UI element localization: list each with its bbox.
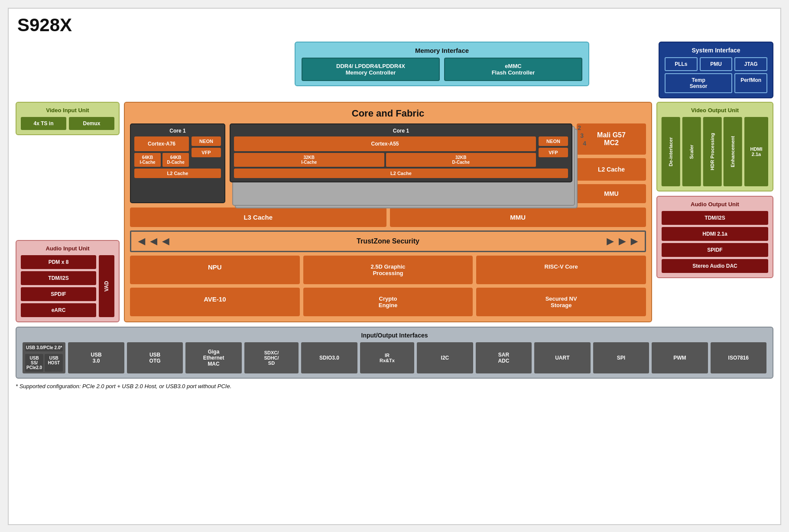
mali-col: Mali G57 MC2 L2 Cache MMU [577,123,646,203]
video-input-inner: 4x TS in Demux [21,117,114,130]
memory-interface-title: Memory Interface [302,47,582,54]
memory-interface-inner: DDR4/ LPDDR4/LPDDR4X Memory Controller e… [302,58,582,81]
usb30-block: USB 3.0 [68,342,124,373]
graphic-block: 2.5D Graphic Processing [303,256,473,284]
core1-a55-left: Cortex-A55 32KB I-Cache 32KB D-Cache [234,136,536,167]
left-column: Video Input Unit 4x TS in Demux Audio In… [16,102,120,322]
core-fabric-box: Core and Fabric Core 1 Cortex-A76 64KB I… [124,102,652,322]
usb-otg-block: USB OTG [127,342,183,373]
core-num-4: 4 [583,140,586,147]
a55-icache: 32KB I-Cache [234,153,384,167]
a76-l2: L2 Cache [134,169,221,178]
de-interlacer-block: De-interlacer [662,117,680,186]
core-num-3: 3 [580,132,584,139]
middle-row: Video Input Unit 4x TS in Demux Audio In… [16,102,773,322]
audio-input-box: Audio Input Unit PDM x 8 TDM/I2S SPDIF e… [16,240,120,322]
video-input-title: Video Input Unit [21,107,114,114]
mali-l2-cache: L2 Cache [577,158,646,181]
core1-a55-label: Core 1 [234,128,568,134]
core1-a55-right: NEON VFP [539,136,568,167]
l3-mmu-row: L3 Cache MMU [130,208,646,227]
l3-block: L3 Cache [130,208,386,227]
sdxc-block: SDXC/ SDHC/ SD [244,342,299,373]
a76-dcache: 64KB D-Cache [162,153,189,167]
hdmi-block: HDMI 2.1a [744,117,768,186]
right-column: Video Output Unit De-interlacer Scaler H… [656,102,773,322]
audio-input-inner: PDM x 8 TDM/I2S SPDIF eARC VAD [21,255,114,317]
pmu-block: PMU [700,57,733,71]
jtag-block: JTAG [734,57,767,71]
ddr-block: DDR4/ LPDDR4/LPDDR4X Memory Controller [302,58,440,81]
spdif-block: SPDIF [21,287,96,301]
usb-ss-block: USB SS/ PCIe2.0 [25,354,43,372]
core1-a55-box: Core 1 Cortex-A55 32KB I-Cache 32KB D-Ca… [230,123,572,182]
giga-block: Giga Ethernet MAC [185,342,241,373]
bottom-blocks-row: NPU 2.5D Graphic Processing RISC-V Core [130,256,646,284]
sar-adc-block: SAR ADC [476,342,532,373]
vad-block: VAD [99,255,114,317]
mali-mmu: MMU [577,184,646,203]
demux-block: Demux [69,117,114,130]
scaler-block: Scaler [682,117,701,186]
secured-block: Secured NV Storage [476,288,646,316]
a76-vfp: VFP [192,148,221,157]
video-output-inner: De-interlacer Scaler HDR Processing Enha… [662,117,768,186]
trustzone-arrow-left: ◄◄◄ [136,234,172,248]
footnote: * Supported configuration: PCIe 2.0 port… [16,383,773,389]
video-output-title: Video Output Unit [662,107,768,114]
usb-host-block: USB HOST [45,354,63,372]
mali-block: Mali G57 MC2 [577,123,646,155]
memory-interface-box: Memory Interface DDR4/ LPDDR4/LPDDR4X Me… [295,42,589,86]
core1-a76-inner-top: Cortex-A76 64KB I-Cache 64KB D-Cache NEO… [134,136,221,167]
ao-stereo-block: Stereo Audio DAC [662,259,768,273]
uart-block: UART [534,342,590,373]
crypto-block: Crypto Engine [303,288,473,316]
iso7816-block: ISO7816 [711,342,766,373]
trustzone-arrow-right: ►►► [604,234,640,248]
emmc-block: eMMC Flash Controller [444,58,582,81]
a55-neon: NEON [539,136,568,146]
usb-pcie-top: USB 3.0/PCIe 2.0* [25,344,63,351]
audio-blocks-col: PDM x 8 TDM/I2S SPDIF eARC [21,255,96,317]
io-inner: USB 3.0/PCIe 2.0* USB SS/ PCIe2.0 USB HO… [23,342,766,373]
core1-a76-label: Core 1 [134,128,221,134]
audio-input-title: Audio Input Unit [21,245,114,252]
core1-a76-box: Core 1 Cortex-A76 64KB I-Cache 64KB D-Ca… [130,123,225,203]
sys-grid: PLLs PMU JTAG Temp Sensor PerfMon [665,57,767,93]
plls-block: PLLs [665,57,698,71]
spi-block: SPI [593,342,649,373]
audio-output-box: Audio Output Unit TDM/I2S HDMI 2.1a SPID… [656,196,773,278]
memory-interface-area: Memory Interface DDR4/ LPDDR4/LPDDR4X Me… [152,42,653,86]
core1-a76-left: Cortex-A76 64KB I-Cache 64KB D-Cache [134,136,189,167]
io-box: Input/Output Interfaces USB 3.0/PCIe 2.0… [16,327,773,379]
ao-hdmi-block: HDMI 2.1a [662,227,768,241]
ir-block: IR Rx&Tx [360,342,414,373]
pdm-block: PDM x 8 [21,255,96,269]
temp-sensor-block: Temp Sensor [665,73,732,93]
ave-block: AVE-10 [130,288,300,316]
cortex-a76-block: Cortex-A76 [134,136,189,151]
stacked-cores: Core 1 Cortex-A55 32KB I-Cache 32KB D-Ca… [230,123,572,203]
trustzone-text: TrustZone Security [172,237,604,245]
main-container: S928X Memory Interface DDR4/ LPDDR4/LPDD… [8,8,781,525]
mmu-main-block: MMU [390,208,646,227]
system-interface-title: System Interface [665,47,767,54]
cores-row: Core 1 Cortex-A76 64KB I-Cache 64KB D-Ca… [130,123,646,203]
system-interface-box: System Interface PLLs PMU JTAG Temp Sens… [659,42,773,98]
i2c-block: I2C [417,342,473,373]
audio-output-inner: TDM/I2S HDMI 2.1a SPIDF Stereo Audio DAC [662,211,768,273]
a55-l2: L2 Cache [234,169,568,178]
riscv-block: RISC-V Core [476,256,646,284]
ao-tdm-block: TDM/I2S [662,211,768,225]
npu-block: NPU [130,256,300,284]
a76-icache: 64KB I-Cache [134,153,161,167]
audio-output-title: Audio Output Unit [662,201,768,208]
a76-cache-row: 64KB I-Cache 64KB D-Cache [134,153,189,167]
a55-vfp: VFP [539,148,568,157]
usb-pcie-group: USB 3.0/PCIe 2.0* USB SS/ PCIe2.0 USB HO… [23,342,65,373]
core1-a55-inner-top: Cortex-A55 32KB I-Cache 32KB D-Cache NEO… [234,136,568,167]
core-fabric-title: Core and Fabric [130,108,646,119]
ao-spidf-block: SPIDF [662,243,768,257]
trustzone-container: ◄◄◄ TrustZone Security ►►► [130,230,646,252]
enhancement-block: Enhancement [724,117,742,186]
